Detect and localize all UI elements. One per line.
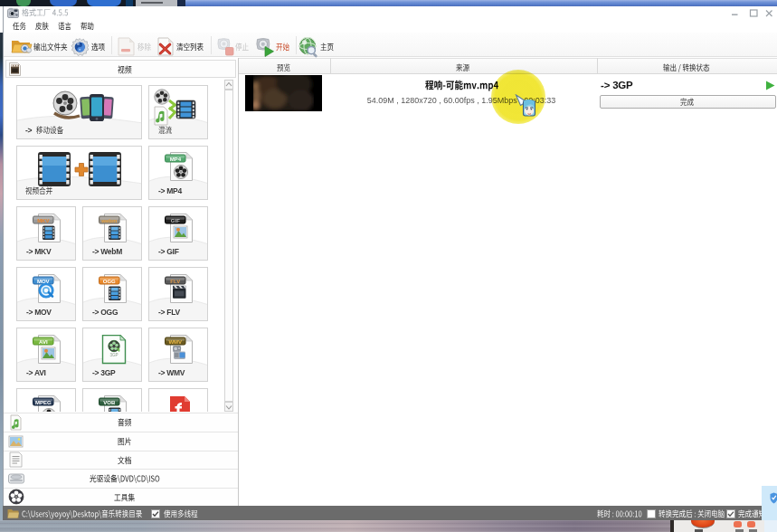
svg-text:3GP: 3GP: [109, 353, 118, 357]
svg-text:VOB: VOB: [103, 400, 116, 405]
svg-text:MKV: MKV: [37, 218, 49, 223]
svg-text:OGG: OGG: [103, 279, 116, 284]
svg-text:MPEG: MPEG: [35, 400, 52, 405]
svg-text:WMV: WMV: [168, 339, 182, 345]
svg-text:MP4: MP4: [170, 157, 182, 162]
svg-text:webm: webm: [100, 218, 117, 223]
svg-text:GIF: GIF: [171, 218, 180, 223]
svg-text:FLV: FLV: [170, 279, 180, 284]
svg-text:AVI: AVI: [39, 339, 48, 345]
